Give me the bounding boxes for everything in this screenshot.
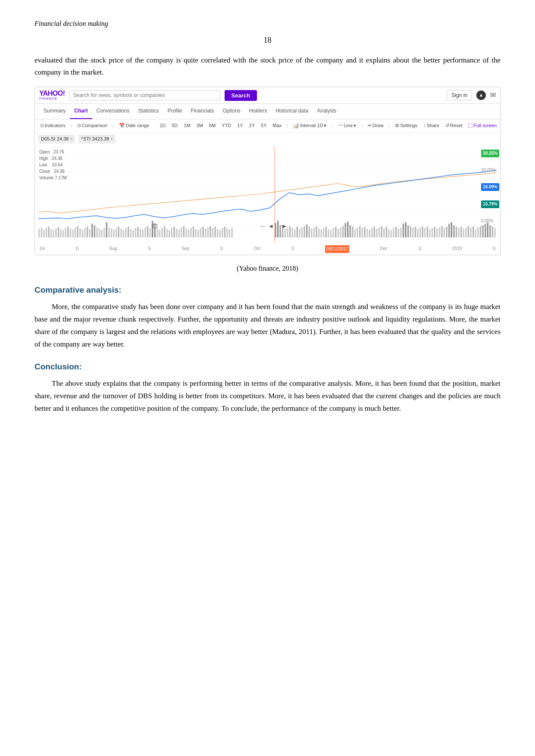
chart-svg: — + ◀ ▶ xyxy=(38,147,497,243)
fullscreen-btn[interactable]: ⛶ Full screen xyxy=(468,122,497,130)
svg-rect-39 xyxy=(118,227,119,237)
tab-chart[interactable]: Chart xyxy=(70,104,92,119)
svg-rect-166 xyxy=(465,228,466,237)
tab-analysts[interactable]: Analysts xyxy=(313,104,341,119)
search-input[interactable] xyxy=(69,90,220,100)
tab-options[interactable]: Options xyxy=(218,104,244,119)
svg-rect-19 xyxy=(70,229,71,237)
svg-rect-171 xyxy=(477,228,479,237)
svg-rect-40 xyxy=(120,229,122,237)
ticker-sti[interactable]: ^STI 3423.38 × xyxy=(78,134,116,144)
date-range-btn[interactable]: 📅 Date range xyxy=(117,121,151,131)
svg-rect-55 xyxy=(156,229,158,237)
svg-rect-42 xyxy=(125,228,126,237)
svg-rect-74 xyxy=(202,227,203,237)
svg-rect-161 xyxy=(453,225,454,237)
comparative-heading: Comparative analysis: xyxy=(34,284,501,297)
svg-rect-177 xyxy=(492,227,493,237)
share-btn[interactable]: ↑ Share xyxy=(422,121,441,131)
svg-rect-147 xyxy=(419,228,421,237)
indicators-btn[interactable]: ⊙ Indicators xyxy=(38,121,67,131)
stock-info: Open 23.76 High 24.36 Low 23.64 Close 24… xyxy=(39,149,67,181)
period-6m[interactable]: 6M xyxy=(207,121,217,131)
period-max[interactable]: Max xyxy=(271,121,284,131)
svg-rect-87 xyxy=(275,223,276,237)
svg-rect-7 xyxy=(41,228,42,237)
svg-rect-51 xyxy=(147,226,148,237)
svg-rect-21 xyxy=(75,228,76,237)
svg-rect-23 xyxy=(79,228,81,237)
svg-rect-28 xyxy=(91,224,93,237)
ticker-d05[interactable]: D05.SI 24.38 × xyxy=(38,134,75,144)
svg-rect-52 xyxy=(149,228,150,237)
tab-profile[interactable]: Profile xyxy=(163,104,186,119)
svg-rect-69 xyxy=(190,228,191,237)
conclusion-heading: Conclusion: xyxy=(34,360,501,373)
period-5y[interactable]: 5Y xyxy=(259,121,268,131)
reset-btn[interactable]: ↺ Reset xyxy=(444,121,464,131)
svg-rect-142 xyxy=(407,225,409,237)
svg-rect-160 xyxy=(451,222,452,237)
svg-rect-72 xyxy=(197,230,199,237)
period-3m[interactable]: 3M xyxy=(195,121,205,131)
svg-rect-137 xyxy=(395,227,397,237)
svg-rect-99 xyxy=(303,226,305,237)
period-1m[interactable]: 1M xyxy=(182,121,192,131)
comparison-btn[interactable]: ⊙ Comparison xyxy=(75,121,109,131)
yahoo-text: YAHOO! xyxy=(39,90,65,97)
period-1d[interactable]: 1D xyxy=(158,121,167,131)
intro-paragraph: evaluated that the stock price of the co… xyxy=(34,54,501,79)
svg-rect-25 xyxy=(84,228,85,237)
widget-nav: Summary Chart Conversations Statistics P… xyxy=(35,104,500,119)
ticker-d05-close[interactable]: × xyxy=(70,136,72,143)
settings-btn[interactable]: ⚙ Settings xyxy=(393,121,419,131)
comparative-paragraph: More, the comparative study has been don… xyxy=(34,301,501,351)
period-1y[interactable]: 1Y xyxy=(235,121,244,131)
ticker-sti-close[interactable]: × xyxy=(110,136,113,143)
svg-rect-60 xyxy=(169,230,170,237)
svg-rect-57 xyxy=(161,228,163,237)
search-button[interactable]: Search xyxy=(225,90,257,101)
svg-rect-165 xyxy=(463,229,464,237)
svg-rect-15 xyxy=(60,229,61,237)
svg-rect-11 xyxy=(50,229,52,237)
svg-rect-141 xyxy=(405,222,406,237)
svg-rect-176 xyxy=(489,225,491,237)
svg-rect-34 xyxy=(106,222,107,237)
svg-rect-33 xyxy=(103,228,105,237)
tab-statistics[interactable]: Statistics xyxy=(134,104,163,119)
period-ytd[interactable]: YTD xyxy=(220,121,233,131)
svg-rect-131 xyxy=(381,226,382,237)
svg-rect-121 xyxy=(357,228,358,237)
pct-labels: 30.25% 20.00% 16.09% 10.79% 0.00% xyxy=(481,150,499,225)
tab-conversations[interactable]: Conversations xyxy=(92,104,134,119)
svg-rect-48 xyxy=(140,229,141,237)
svg-rect-46 xyxy=(135,228,136,237)
svg-rect-65 xyxy=(181,228,182,237)
tab-historical-data[interactable]: Historical data xyxy=(271,104,313,119)
svg-rect-110 xyxy=(330,230,332,237)
svg-rect-100 xyxy=(306,225,307,237)
svg-rect-129 xyxy=(376,229,377,237)
svg-rect-159 xyxy=(448,224,450,237)
draw-btn[interactable]: ✏ Draw xyxy=(366,121,385,131)
interval-btn[interactable]: 📊 Interval 1D ▾ xyxy=(291,121,328,131)
pct-16: 16.09% xyxy=(481,183,499,191)
caption: (Yahoo finance, 2018) xyxy=(34,263,501,274)
svg-rect-79 xyxy=(214,227,216,237)
svg-rect-26 xyxy=(87,227,88,237)
line-btn[interactable]: 〰 Line ▾ xyxy=(336,121,358,131)
svg-rect-85 xyxy=(229,230,230,237)
signin-button[interactable]: Sign in xyxy=(447,90,472,100)
period-5d[interactable]: 5D xyxy=(170,121,179,131)
svg-rect-50 xyxy=(144,228,146,237)
svg-rect-30 xyxy=(96,228,97,237)
tab-financials[interactable]: Financials xyxy=(186,104,218,119)
svg-rect-102 xyxy=(311,229,312,237)
svg-rect-8 xyxy=(43,230,44,237)
svg-rect-120 xyxy=(354,229,356,237)
svg-rect-64 xyxy=(178,230,179,237)
tab-holders[interactable]: Holders xyxy=(245,104,271,119)
tab-summary[interactable]: Summary xyxy=(39,104,70,119)
period-2y[interactable]: 2Y xyxy=(247,121,257,131)
